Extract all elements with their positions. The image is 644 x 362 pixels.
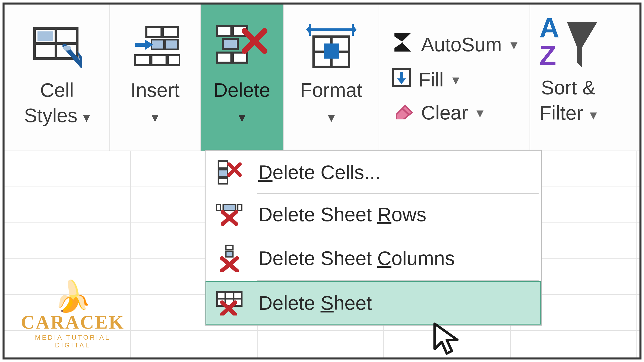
delete-rows-icon	[216, 203, 243, 226]
autosum-label: AutoSum	[421, 33, 502, 56]
insert-label: Insert	[131, 79, 180, 101]
svg-rect-31	[238, 204, 242, 210]
svg-rect-29	[218, 178, 227, 184]
delete-dropdown: Delete Cells... Delete Sheet Rows	[205, 150, 542, 326]
svg-text:Z: Z	[539, 40, 556, 70]
svg-rect-8	[165, 40, 178, 49]
chevron-down-icon: ▾	[510, 36, 517, 53]
svg-rect-7	[151, 40, 164, 49]
svg-rect-33	[226, 245, 233, 250]
chevron-down-icon: ▾	[151, 109, 158, 125]
fill-label: Fill	[419, 68, 444, 91]
autosum-button[interactable]: AutoSum ▾	[391, 31, 517, 58]
svg-rect-23	[324, 43, 339, 59]
svg-rect-11	[168, 55, 180, 65]
sort-filter-icon: A Z	[539, 12, 597, 72]
sort-filter-button[interactable]: A Z Sort & Filter ▾	[530, 5, 600, 151]
menu-item-label: Delete Sheet Columns	[258, 247, 455, 270]
chevron-down-icon: ▾	[452, 72, 459, 88]
cell-styles-label-1: Cell	[40, 79, 74, 101]
format-icon	[305, 20, 358, 75]
sort-filter-label-2: Filter	[539, 102, 583, 124]
svg-rect-3	[37, 31, 53, 41]
delete-sheet-icon	[216, 290, 243, 315]
sigma-icon	[391, 31, 414, 58]
menu-item-label: Delete Cells...	[258, 161, 381, 184]
delete-sheet-rows-item[interactable]: Delete Sheet Rows	[206, 194, 541, 235]
delete-cells-icon	[216, 160, 243, 185]
clear-label: Clear	[421, 101, 468, 124]
chevron-down-icon: ▾	[590, 107, 597, 123]
clear-button[interactable]: Clear ▾	[391, 101, 517, 124]
svg-text:A: A	[539, 15, 559, 43]
delete-label: Delete	[214, 79, 270, 101]
watermark-logo: 🍌 CARACEK MEDIA TUTORIAL DIGITAL	[19, 281, 127, 349]
svg-rect-12	[217, 26, 231, 36]
svg-rect-16	[233, 53, 247, 63]
cell-styles-label-2: Styles	[24, 104, 77, 126]
delete-cells-item[interactable]: Delete Cells...	[206, 151, 541, 194]
ribbon: Cell Styles ▾ I	[5, 5, 639, 151]
watermark-title: CARACEK	[19, 311, 127, 333]
chevron-down-icon: ▾	[328, 109, 335, 125]
eraser-icon	[391, 101, 414, 124]
editing-group: AutoSum ▾ Fill ▾	[379, 5, 530, 151]
delete-button[interactable]: Delete ▾	[201, 5, 284, 151]
svg-rect-28	[218, 170, 227, 177]
svg-rect-6	[163, 27, 178, 37]
menu-item-label: Delete Sheet Rows	[258, 203, 426, 226]
svg-rect-15	[217, 53, 231, 63]
svg-rect-32	[223, 204, 236, 210]
chevron-down-icon: ▾	[238, 109, 246, 125]
sort-filter-label-1: Sort &	[541, 76, 595, 99]
insert-icon	[130, 20, 180, 75]
insert-button[interactable]: Insert ▾	[110, 5, 201, 151]
svg-rect-27	[218, 161, 227, 168]
svg-point-4	[63, 46, 71, 51]
cell-styles-button[interactable]: Cell Styles ▾	[5, 5, 110, 151]
delete-icon	[214, 20, 270, 75]
delete-columns-icon	[216, 244, 243, 272]
delete-sheet-item[interactable]: Delete Sheet	[206, 281, 541, 325]
svg-rect-10	[151, 55, 167, 65]
cell-styles-icon	[32, 20, 82, 75]
delete-sheet-columns-item[interactable]: Delete Sheet Columns	[206, 235, 541, 281]
svg-rect-5	[146, 27, 162, 37]
chevron-down-icon: ▾	[83, 109, 90, 125]
svg-rect-14	[223, 39, 238, 49]
chevron-down-icon: ▾	[476, 105, 484, 121]
format-label: Format	[300, 79, 362, 101]
banana-icon: 🍌	[19, 281, 127, 311]
svg-rect-30	[217, 204, 221, 210]
mouse-cursor-icon	[432, 321, 462, 357]
format-button[interactable]: Format ▾	[284, 5, 379, 151]
fill-down-icon	[391, 67, 412, 92]
menu-item-label: Delete Sheet	[258, 292, 372, 314]
fill-button[interactable]: Fill ▾	[391, 67, 517, 92]
watermark-subtitle: MEDIA TUTORIAL DIGITAL	[19, 334, 127, 349]
svg-rect-34	[226, 251, 233, 257]
svg-rect-9	[135, 55, 150, 65]
